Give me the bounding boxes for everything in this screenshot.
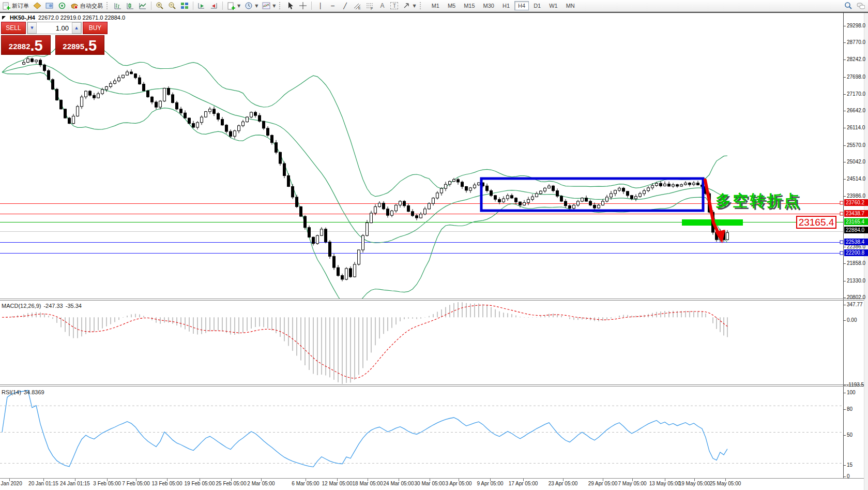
navigator-button[interactable]	[43, 1, 56, 11]
toolbar-grip	[420, 2, 423, 9]
time-axis-label: 30 Mar 05:00	[415, 481, 445, 486]
svg-text:F: F	[371, 7, 373, 10]
candlestick-button[interactable]	[124, 1, 136, 11]
tile-windows-icon	[180, 2, 189, 10]
chart-title: HK50-,H4 22672.0 22919.0 22671.0 22884.0	[2, 14, 125, 21]
buy-button[interactable]: BUY	[83, 22, 108, 34]
rsi-axis-label: 0	[847, 473, 850, 479]
timeframe-m5[interactable]: M5	[444, 1, 459, 10]
text-icon: A	[378, 2, 386, 10]
sell-price-panel[interactable]: 22882 .5	[1, 35, 51, 55]
macd-axis-label: 347.77	[847, 302, 863, 307]
one-click-trading-panel: SELL ▼ ▲ BUY 22882 .5 22895 .5	[1, 22, 104, 55]
vertical-line-tool[interactable]: │	[314, 1, 326, 11]
line-chart-icon	[139, 2, 147, 10]
toolbar: 新订单 自动交易	[0, 0, 868, 12]
autotrade-label: 自动交易	[80, 2, 103, 10]
price-tag: 23165.4	[844, 218, 868, 225]
chart-shift-icon	[210, 2, 218, 10]
price-axis-label: 27698.0	[847, 74, 865, 80]
time-axis-label: 25 Feb 05:00	[216, 481, 247, 486]
text-tool[interactable]: A	[376, 1, 388, 11]
volume-decrease-button[interactable]: ▼	[27, 22, 37, 34]
signals-button[interactable]	[56, 1, 68, 11]
svg-text:E: E	[358, 6, 361, 10]
candles-group	[23, 56, 729, 281]
candlestick-icon	[126, 2, 134, 10]
market-watch-button[interactable]	[31, 1, 43, 11]
trend-annotation-text[interactable]: 多空转折点	[715, 190, 801, 212]
triangle-down-icon: ▼	[31, 26, 33, 30]
time-axis-label: 19 Feb 05:00	[185, 481, 215, 486]
chart-canvas[interactable]	[0, 0, 868, 490]
horizontal-line-tool[interactable]: ─	[326, 1, 339, 11]
text-label-tool[interactable]: T	[388, 1, 400, 10]
time-axis-label: 13 Feb 05:00	[152, 481, 182, 486]
price-axis-label: 26642.0	[847, 108, 865, 113]
rsi-axis-label: 15	[847, 462, 852, 468]
channel-tool[interactable]: E	[351, 1, 363, 11]
indicators-button[interactable]: ▼	[260, 1, 278, 11]
new-chart-button[interactable]: ▼	[225, 1, 242, 11]
time-axis-label: 6 Mar 05:00	[292, 481, 319, 486]
price-callout-box[interactable]: 23165.4	[796, 216, 836, 229]
trendline-tool[interactable]: ╱	[339, 1, 351, 11]
timeframe-w1[interactable]: W1	[545, 1, 561, 10]
chart-shift-button[interactable]	[208, 1, 220, 11]
time-axis-label: 2 Mar 05:00	[247, 481, 275, 486]
line-chart-button[interactable]	[136, 1, 149, 11]
profiles-button[interactable]: ▼	[242, 1, 260, 11]
crosshair-tool-button[interactable]	[297, 1, 309, 11]
trend-rectangle[interactable]	[481, 179, 703, 211]
arrows-tool[interactable]: ▼	[400, 1, 418, 11]
time-axis-label: 29 Apr 05:00	[588, 481, 618, 486]
main-plot	[0, 37, 843, 307]
toolbar-separator	[222, 2, 223, 10]
price-axis-label: 24514.0	[847, 176, 865, 182]
cursor-icon	[286, 2, 295, 10]
level-line-anchor	[840, 251, 843, 255]
fibonacci-tool[interactable]: F	[363, 1, 376, 11]
rsi-plot	[0, 390, 843, 467]
volume-input[interactable]	[37, 22, 72, 34]
zoom-in-button[interactable]	[154, 1, 166, 11]
time-axis-label: 3 Apr 05:00	[445, 481, 471, 486]
time-axis-label: 12 Mar 05:00	[322, 481, 353, 486]
new-order-button[interactable]: 新订单	[0, 1, 31, 11]
chevron-down-icon: ▼	[413, 4, 416, 8]
time-axis-label: 24 Mar 05:00	[384, 481, 414, 486]
navigator-icon	[45, 2, 54, 10]
volume-increase-button[interactable]: ▲	[72, 22, 81, 34]
tile-windows-button[interactable]	[178, 1, 191, 11]
macd-plot	[2, 302, 727, 384]
sell-price-fraction: .5	[31, 38, 43, 53]
buy-price-panel[interactable]: 22895 .5	[55, 35, 105, 55]
timeframe-m30[interactable]: M30	[480, 1, 498, 10]
macd-indicator-label: MACD(12,26,9) -247.33 -35.34	[2, 303, 82, 309]
timeframe-m1[interactable]: M1	[428, 1, 443, 10]
timeframe-m15[interactable]: M15	[460, 1, 478, 10]
chart-cursor-icon	[2, 16, 6, 20]
trendline-icon: ╱	[341, 2, 349, 10]
cursor-tool-button[interactable]	[284, 1, 297, 11]
toolbar-separator	[193, 2, 193, 10]
bar-chart-button[interactable]	[112, 1, 124, 11]
search-icon[interactable]	[844, 2, 852, 10]
sell-button[interactable]: SELL	[1, 22, 26, 34]
macd-name: MACD(12,26,9)	[2, 303, 41, 309]
chat-icon[interactable]	[857, 2, 865, 10]
timeframe-h1[interactable]: H1	[499, 1, 513, 10]
timeframe-h4[interactable]: H4	[514, 1, 529, 10]
new-chart-icon	[227, 2, 235, 10]
timeframe-d1[interactable]: D1	[530, 1, 544, 10]
bollinger-middle	[2, 64, 727, 243]
price-axis-label: 28770.0	[847, 39, 865, 45]
time-axis-label: 18 Mar 05:00	[353, 481, 383, 486]
timeframe-mn[interactable]: MN	[562, 1, 578, 10]
zoom-out-button[interactable]	[166, 1, 178, 11]
triangle-up-icon: ▲	[75, 26, 78, 30]
autotrade-button[interactable]: 自动交易	[68, 1, 105, 11]
price-axis-label: 20802.0	[847, 294, 865, 300]
auto-scroll-button[interactable]	[195, 1, 208, 11]
chart-ohlc-values: 22672.0 22919.0 22671.0 22884.0	[38, 14, 125, 21]
